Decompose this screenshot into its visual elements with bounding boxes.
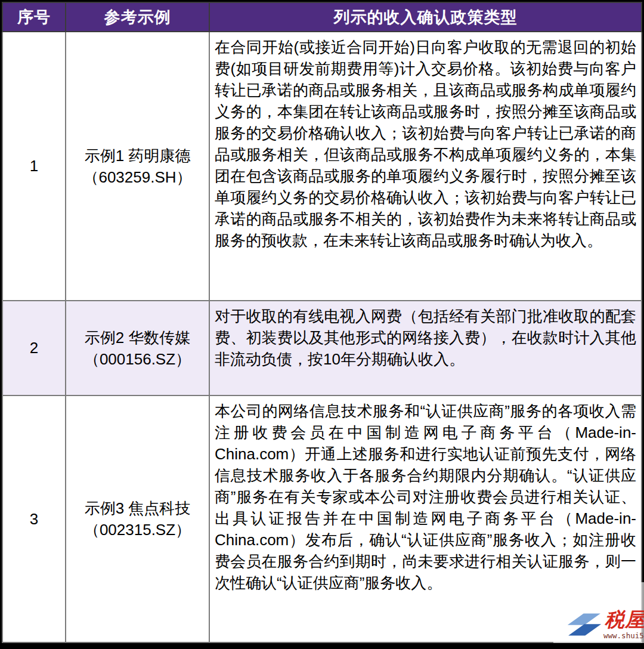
row-number: 1 bbox=[2, 32, 66, 301]
header-row: 序号 参考示例 列示的收入确认政策类型 bbox=[2, 2, 642, 32]
table-row: 3 示例3 焦点科技 （002315.SZ） 本公司的网络信息技术服务和“认证供… bbox=[2, 395, 642, 642]
table-row: 2 示例2 华数传媒 （000156.SZ） 对于收取的有线电视入网费（包括经有… bbox=[2, 301, 642, 395]
table-frame: 序号 参考示例 列示的收入确认政策类型 1 示例1 药明康德 （603259.S… bbox=[0, 0, 644, 649]
example-stock-code: （000156.SZ） bbox=[66, 348, 209, 370]
header-cell-num: 序号 bbox=[2, 2, 66, 32]
example-stock-code: （603259.SH） bbox=[66, 166, 209, 188]
example-cell: 示例1 药明康德 （603259.SH） bbox=[66, 32, 209, 301]
table-row: 1 示例1 药明康德 （603259.SH） 在合同开始(或接近合同开始)日向客… bbox=[2, 32, 642, 301]
example-name: 示例3 焦点科技 bbox=[66, 497, 209, 519]
example-name: 示例1 药明康德 bbox=[66, 145, 209, 166]
shui5-watermark: 税屋 www.shui5.cn bbox=[553, 582, 644, 643]
shui5-s-logo-icon bbox=[565, 611, 603, 638]
example-name: 示例2 华数传媒 bbox=[66, 327, 209, 348]
header-cell-policy: 列示的收入确认政策类型 bbox=[209, 2, 642, 32]
example-stock-code: （002315.SZ） bbox=[66, 519, 209, 540]
row-number: 3 bbox=[2, 395, 66, 642]
watermark-url-text: www.shui5.cn bbox=[603, 631, 644, 640]
policy-cell: 在合同开始(或接近合同开始)日向客户收取的无需退回的初始费(如项目研发前期费用等… bbox=[209, 32, 642, 301]
row-number: 2 bbox=[2, 301, 66, 395]
watermark-brand-text: 税屋 bbox=[605, 610, 644, 630]
header-cell-example: 参考示例 bbox=[66, 2, 209, 32]
example-cell: 示例2 华数传媒 （000156.SZ） bbox=[66, 301, 209, 395]
example-cell: 示例3 焦点科技 （002315.SZ） bbox=[66, 395, 209, 642]
policy-cell: 对于收取的有线电视入网费（包括经有关部门批准收取的配套费、初装费以及其他形式的网… bbox=[209, 301, 642, 395]
revenue-policy-table: 序号 参考示例 列示的收入确认政策类型 1 示例1 药明康德 （603259.S… bbox=[2, 2, 642, 643]
